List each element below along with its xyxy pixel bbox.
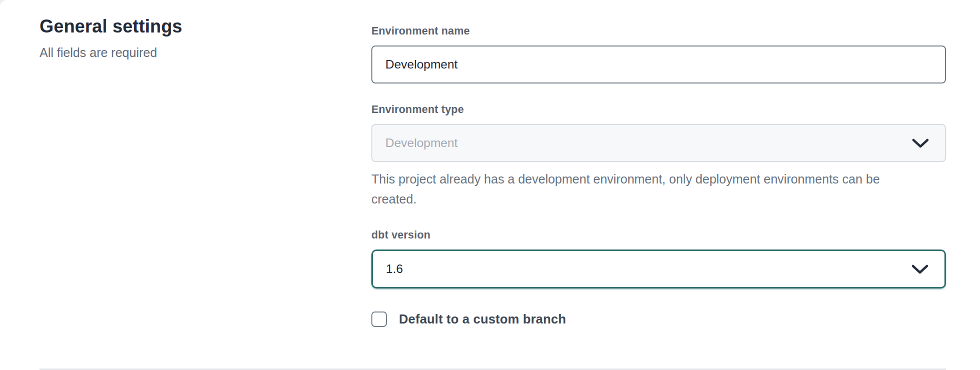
environment-type-field: Environment type Development This projec… xyxy=(371,102,946,209)
helper-line-2: created. xyxy=(371,189,946,209)
dbt-version-field: dbt version 1.6 xyxy=(371,228,946,288)
environment-name-input[interactable] xyxy=(371,46,946,84)
section-header: General settings All fields are required xyxy=(40,14,371,327)
chevron-down-icon xyxy=(911,264,928,274)
environment-name-field: Environment name xyxy=(371,24,946,84)
custom-branch-label[interactable]: Default to a custom branch xyxy=(399,312,566,326)
environment-type-helper: This project already has a development e… xyxy=(371,169,946,209)
general-settings-section: General settings All fields are required… xyxy=(0,0,980,327)
environment-type-value: Development xyxy=(385,136,457,150)
page-subtitle: All fields are required xyxy=(40,44,371,61)
environment-type-select: Development xyxy=(371,124,946,162)
settings-form: Environment name Environment type Develo… xyxy=(371,14,946,327)
chevron-down-icon xyxy=(912,138,929,148)
dbt-version-label: dbt version xyxy=(371,228,946,242)
environment-name-label: Environment name xyxy=(371,24,946,38)
custom-branch-checkbox[interactable] xyxy=(371,312,387,327)
settings-card: General settings All fields are required… xyxy=(0,0,980,370)
environment-type-label: Environment type xyxy=(371,102,946,116)
dbt-version-value: 1.6 xyxy=(386,262,403,276)
helper-line-1: This project already has a development e… xyxy=(371,169,946,189)
dbt-version-select[interactable]: 1.6 xyxy=(371,250,946,288)
custom-branch-row: Default to a custom branch xyxy=(371,312,946,327)
page-title: General settings xyxy=(40,14,371,39)
